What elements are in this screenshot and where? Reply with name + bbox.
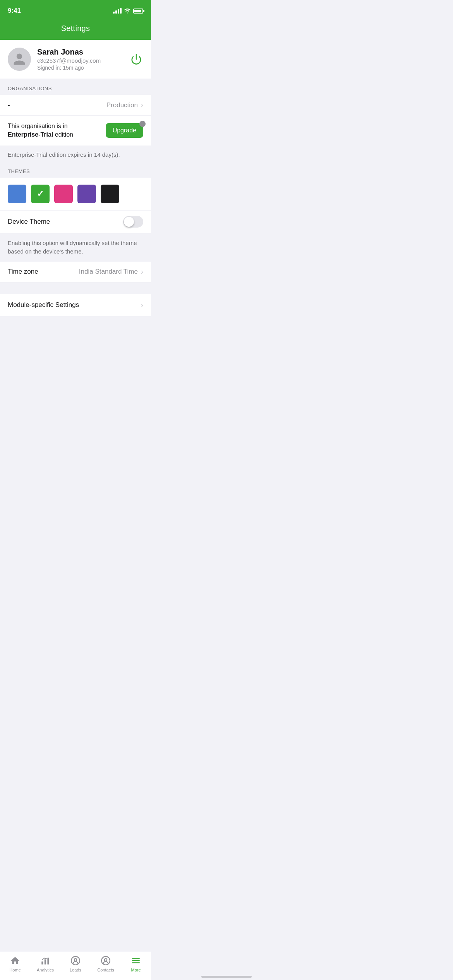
status-time: 9:41 <box>8 7 21 15</box>
enterprise-banner: This organisation is in Enterprise-Trial… <box>0 116 151 146</box>
upgrade-badge <box>139 121 146 127</box>
profile-info: Sarah Jonas c3c2537f@moodjoy.com Signed … <box>37 48 123 71</box>
user-silhouette-icon <box>12 52 26 66</box>
timezone-chevron-icon: › <box>141 268 143 276</box>
module-settings-row[interactable]: Module-specific Settings › <box>0 294 151 316</box>
module-settings-label: Module-specific Settings <box>8 301 79 309</box>
profile-name: Sarah Jonas <box>37 48 123 57</box>
status-bar: 9:41 <box>0 0 151 19</box>
theme-black[interactable] <box>101 185 119 203</box>
module-settings-chevron-icon: › <box>141 301 143 309</box>
themes-label: THEMES <box>8 168 30 174</box>
color-swatches: ✓ <box>0 178 151 211</box>
enterprise-edition: Enterprise-Trial <box>8 131 53 138</box>
org-right: Production › <box>106 101 143 109</box>
timezone-label: Time zone <box>8 268 38 276</box>
selected-check-icon: ✓ <box>37 189 44 199</box>
profile-signin: Signed in: 15m ago <box>37 65 123 71</box>
theme-blue[interactable] <box>8 185 26 203</box>
timezone-row[interactable]: Time zone India Standard Time › <box>0 262 151 283</box>
power-icon <box>130 53 142 65</box>
expiry-text: Enterprise-Trial edition expires in 14 d… <box>8 151 120 158</box>
timezone-value: India Standard Time <box>79 268 138 276</box>
wifi-icon <box>124 8 131 14</box>
timezone-right: India Standard Time › <box>79 268 143 276</box>
device-theme-label: Device Theme <box>8 218 50 226</box>
signal-icon <box>113 8 122 14</box>
device-theme-info-box: Enabling this option will dynamically se… <box>0 233 151 262</box>
avatar <box>8 48 31 71</box>
themes-divider: THEMES <box>0 164 151 178</box>
device-theme-row: Device Theme <box>0 211 151 233</box>
page-header: Settings <box>0 19 151 40</box>
theme-pink[interactable] <box>54 185 73 203</box>
enterprise-text: This organisation is in Enterprise-Trial… <box>8 122 100 139</box>
expiry-notice: Enterprise-Trial edition expires in 14 d… <box>0 146 151 164</box>
organisation-row[interactable]: - Production › <box>0 95 151 116</box>
spacer <box>0 283 151 294</box>
org-name: - <box>8 101 10 109</box>
theme-green[interactable]: ✓ <box>31 185 50 203</box>
power-button[interactable] <box>129 52 143 66</box>
profile-section: Sarah Jonas c3c2537f@moodjoy.com Signed … <box>0 40 151 79</box>
theme-purple[interactable] <box>77 185 96 203</box>
organisations-divider: ORGANISATIONS <box>0 79 151 95</box>
status-icons <box>113 8 143 14</box>
device-theme-info: Enabling this option will dynamically se… <box>8 240 137 255</box>
org-type: Production <box>106 101 138 109</box>
upgrade-button[interactable]: Upgrade <box>106 123 143 138</box>
profile-email: c3c2537f@moodjoy.com <box>37 57 123 64</box>
page-title: Settings <box>61 24 90 33</box>
chevron-right-icon: › <box>141 101 143 109</box>
toggle-knob <box>124 217 134 227</box>
battery-icon <box>133 9 143 14</box>
organisations-label: ORGANISATIONS <box>8 86 52 91</box>
device-theme-toggle[interactable] <box>123 216 143 228</box>
